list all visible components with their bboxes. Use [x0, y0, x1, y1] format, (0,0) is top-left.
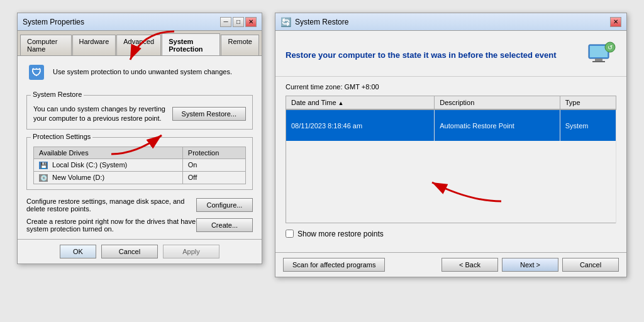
system-restore-label: System Restore	[31, 91, 84, 98]
drive-d-icon: 💿	[39, 174, 48, 182]
sort-arrow: ▲	[338, 100, 344, 106]
system-restore-dialog: 🔄 System Restore ✕ Restore your computer…	[275, 13, 627, 277]
create-button[interactable]: Create...	[196, 218, 253, 232]
footer-nav-buttons: < Back Next > Cancel	[441, 258, 619, 272]
restore-body: Current time zone: GMT +8:00 Date and Ti…	[275, 77, 626, 252]
protection-content: Available Drives Protection 💾 Local Disk…	[33, 147, 246, 184]
sysprop-footer: OK Cancel Apply	[18, 239, 262, 264]
system-restore-button[interactable]: System Restore...	[172, 107, 246, 121]
back-button[interactable]: < Back	[441, 258, 498, 272]
create-text: Create a restore point right now for the…	[26, 218, 196, 233]
tab-hardware[interactable]: Hardware	[72, 35, 116, 55]
restore-computer-icon: ↺	[586, 40, 616, 70]
tab-bar: Computer Name Hardware Advanced System P…	[18, 31, 262, 56]
tab-computer-name[interactable]: Computer Name	[20, 35, 72, 55]
sysrestore-close-button[interactable]: ✕	[610, 17, 621, 27]
sysprop-titlebar: System Properties ─ □ ✕	[18, 13, 262, 31]
configure-row: Configure restore settings, manage disk …	[26, 197, 253, 213]
show-more-row: Show more restore points	[286, 230, 616, 238]
configure-button[interactable]: Configure...	[196, 198, 253, 212]
configure-text: Configure restore settings, manage disk …	[26, 197, 196, 213]
shield-icon: 🛡	[26, 62, 47, 82]
protection-settings-label: Protection Settings	[31, 133, 92, 140]
tab-remote[interactable]: Remote	[221, 35, 259, 55]
tab-system-protection[interactable]: System Protection	[162, 33, 220, 55]
drive-c-protection: On	[182, 158, 245, 171]
restore-row-1-type: System	[560, 109, 616, 141]
create-row: Create a restore point right now for the…	[26, 218, 253, 233]
apply-button[interactable]: Apply	[163, 245, 219, 258]
restore-table-body: 08/11/2023 8:18:46 am Automatic Restore …	[286, 109, 616, 223]
titlebar-controls: ─ □ ✕	[220, 17, 257, 27]
drives-table: Available Drives Protection 💾 Local Disk…	[33, 147, 246, 184]
show-more-checkbox[interactable]	[286, 230, 294, 238]
drive-c-name: 💾 Local Disk (C:) (System)	[34, 158, 183, 171]
col-protection: Protection	[182, 147, 245, 158]
system-properties-dialog: System Properties ─ □ ✕ Computer Name Ha…	[17, 13, 262, 264]
sysprop-body: 🛡 Use system protection to undo unwanted…	[18, 56, 262, 239]
close-button[interactable]: ✕	[245, 17, 257, 27]
restore-header: Restore your computer to the state it wa…	[275, 31, 626, 77]
restore-header-row: Restore your computer to the state it wa…	[286, 40, 616, 70]
svg-text:🛡: 🛡	[31, 67, 42, 78]
maximize-button[interactable]: □	[233, 17, 244, 27]
timezone-text: Current time zone: GMT +8:00	[286, 83, 616, 91]
restore-table: Date and Time ▲ Description Type 08/11/2…	[286, 96, 616, 223]
scan-affected-button[interactable]: Scan for affected programs	[283, 258, 385, 272]
sysprop-title: System Properties	[23, 18, 84, 26]
restore-row-1-date: 08/11/2023 8:18:46 am	[286, 109, 435, 141]
next-button[interactable]: Next >	[502, 258, 558, 272]
protection-settings-group: Protection Settings Available Drives Pro…	[26, 137, 253, 190]
sysrestore-titlebar: 🔄 System Restore ✕	[275, 13, 626, 31]
restore-row-1-description: Automatic Restore Point	[435, 109, 560, 141]
col-drives: Available Drives	[34, 147, 183, 158]
show-more-label[interactable]: Show more restore points	[297, 230, 384, 238]
drive-row-d[interactable]: 💿 New Volume (D:) Off	[34, 171, 246, 184]
drive-d-name: 💿 New Volume (D:)	[34, 171, 183, 184]
drive-d-protection: Off	[182, 171, 245, 184]
section-description: 🛡 Use system protection to undo unwanted…	[26, 62, 253, 87]
desc-text: Use system protection to undo unwanted s…	[53, 67, 232, 77]
sysrestore-titlebar-controls: ✕	[610, 17, 621, 27]
restore-content: You can undo system changes by reverting…	[33, 104, 246, 124]
restore-desc: You can undo system changes by reverting…	[33, 104, 166, 124]
restore-header-title: Restore your computer to the state it wa…	[286, 50, 580, 60]
cancel-button[interactable]: Cancel	[101, 245, 158, 258]
col-date-header[interactable]: Date and Time ▲	[286, 96, 435, 110]
restore-row: You can undo system changes by reverting…	[33, 104, 246, 124]
drive-c-icon: 💾	[39, 162, 48, 169]
tab-advanced[interactable]: Advanced	[116, 35, 161, 55]
empty-space	[286, 141, 616, 223]
sysrestore-title: System Restore	[295, 18, 348, 26]
drive-row-c[interactable]: 💾 Local Disk (C:) (System) On	[34, 158, 246, 171]
sysrestore-cancel-button[interactable]: Cancel	[562, 258, 619, 272]
ok-button[interactable]: OK	[60, 245, 96, 258]
svg-text:↺: ↺	[608, 44, 613, 51]
minimize-button[interactable]: ─	[220, 17, 231, 27]
svg-rect-6	[595, 58, 602, 61]
col-description-header[interactable]: Description	[435, 96, 560, 110]
svg-rect-7	[592, 61, 605, 62]
restore-row-1[interactable]: 08/11/2023 8:18:46 am Automatic Restore …	[286, 109, 616, 141]
system-restore-group: System Restore You can undo system chang…	[26, 95, 253, 130]
restore-footer: Scan for affected programs < Back Next >…	[275, 252, 626, 277]
col-type-header[interactable]: Type	[560, 96, 616, 110]
